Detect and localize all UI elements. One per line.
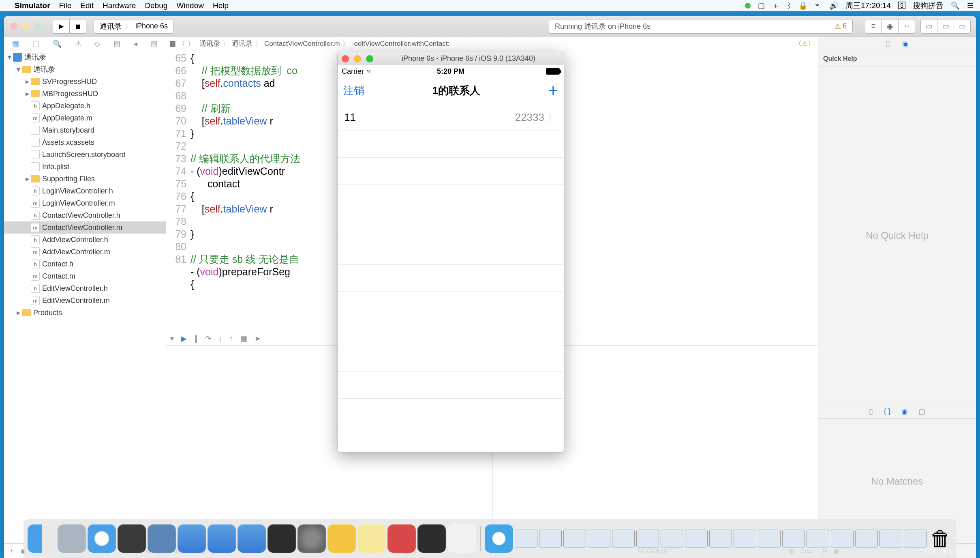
dock-app[interactable] (148, 524, 176, 553)
scheme-selector[interactable]: 通讯录 〉 iPhone 6s (94, 19, 174, 34)
tree-row[interactable]: Assets.xcassets (4, 136, 166, 148)
file-inspector-tab[interactable]: ▯ (886, 39, 890, 48)
menu-window[interactable]: Window (176, 1, 204, 10)
tree-row[interactable]: mEditViewController.m (4, 294, 166, 307)
dock-app[interactable] (387, 524, 416, 553)
screencast-icon[interactable]: ▢ (758, 1, 765, 10)
dock-minimized-window[interactable] (636, 530, 659, 547)
quick-help-tab[interactable]: ◉ (902, 39, 909, 48)
dock-notes[interactable] (357, 524, 386, 553)
find-navigator-tab[interactable]: 🔍 (53, 39, 62, 48)
dock-minimized-window[interactable] (612, 530, 635, 547)
jump-project[interactable]: 通讯录 (199, 39, 220, 48)
menubar-ime[interactable]: 搜狗拼音 (913, 0, 944, 11)
window-zoom-button[interactable] (34, 23, 41, 30)
dock-minimized-window[interactable] (904, 530, 927, 547)
tree-row[interactable]: mLoginViewController.m (4, 197, 166, 209)
object-lib-tab[interactable]: ◉ (901, 407, 908, 416)
jump-group[interactable]: 通讯录 (232, 39, 252, 48)
dock-minimized-window[interactable] (855, 530, 878, 547)
dock-textedit[interactable] (447, 524, 476, 553)
dock-minimized-window[interactable] (831, 530, 854, 547)
tree-row[interactable]: hContact.h (4, 258, 166, 270)
warning-count[interactable]: 6 (843, 22, 847, 30)
media-lib-tab[interactable]: ▢ (918, 407, 925, 416)
dock-minimized-window[interactable] (685, 530, 708, 547)
dock-app[interactable] (208, 524, 236, 553)
dock-minimized-window[interactable] (661, 530, 683, 547)
forward-icon[interactable]: 〉 (188, 39, 195, 48)
sim-close-button[interactable] (342, 55, 349, 62)
back-icon[interactable]: 〈 (178, 39, 185, 48)
tree-row[interactable]: Info.plist (4, 161, 166, 173)
dock-launchpad[interactable] (58, 524, 86, 553)
pause-icon[interactable]: ‖ (194, 334, 198, 343)
jump-file[interactable]: ContactViewController.m (264, 40, 340, 48)
menu-file[interactable]: File (59, 1, 72, 10)
jump-issues-forward-icon[interactable]: 〉 (808, 39, 815, 48)
test-navigator-tab[interactable]: ◇ (94, 39, 100, 48)
tree-row[interactable]: hEditViewController.h (4, 282, 166, 294)
version-editor-button[interactable]: ↔ (898, 19, 915, 34)
wifi-icon[interactable]: ᯤ (815, 2, 822, 10)
breakpoint-navigator-tab[interactable]: ◂ (134, 39, 137, 48)
spotlight-icon[interactable]: 🔍 (951, 1, 960, 10)
tree-row[interactable]: hAddViewController.h (4, 234, 166, 246)
dock-minimized-window[interactable] (588, 530, 610, 547)
tree-row[interactable]: mContactViewController.m (4, 221, 166, 234)
tree-row[interactable]: ▾通讯录 (4, 63, 166, 75)
step-out-icon[interactable]: ↑ (229, 334, 233, 343)
dock-settings[interactable] (297, 524, 326, 553)
nav-add-button[interactable]: + (548, 81, 558, 101)
location-icon[interactable]: ➤ (255, 334, 261, 343)
dock-app[interactable] (485, 524, 513, 553)
tree-row[interactable]: mAppDelegate.m (4, 112, 166, 124)
symbol-navigator-tab[interactable]: ⬚ (32, 39, 39, 48)
window-close-button[interactable] (10, 23, 17, 30)
toggle-inspector-button[interactable]: ▭ (954, 19, 971, 34)
nav-back-button[interactable]: 注销 (343, 84, 364, 98)
dock-minimized-window[interactable] (563, 530, 586, 547)
dock-finder[interactable] (28, 524, 56, 553)
jump-bar[interactable]: ▦ 〈 〉 通讯录 〉 通讯录 〉 ContactViewController.… (166, 36, 818, 51)
report-navigator-tab[interactable]: ▤ (151, 39, 158, 48)
tree-row[interactable]: hContactViewController.h (4, 209, 166, 221)
toggle-debug-button[interactable]: ▭ (937, 19, 954, 34)
debug-navigator-tab[interactable]: ▤ (113, 39, 120, 48)
breakpoints-toggle-icon[interactable]: ▶ (181, 334, 187, 343)
tree-row[interactable]: ▸Supporting Files (4, 173, 166, 185)
bluetooth-icon[interactable]: ᛒ (787, 2, 791, 10)
dock-app[interactable] (118, 524, 146, 553)
window-minimize-button[interactable] (22, 23, 29, 30)
plus-icon[interactable]: ＋ (772, 1, 779, 11)
issue-navigator-tab[interactable]: ⚠ (75, 39, 81, 48)
menu-debug[interactable]: Debug (145, 1, 167, 10)
jump-symbol[interactable]: -editViewController:withContact: (352, 40, 450, 48)
dock-minimized-window[interactable] (879, 530, 902, 547)
sim-minimize-button[interactable] (354, 55, 361, 62)
dock-minimized-window[interactable] (539, 530, 562, 547)
step-into-icon[interactable]: ↓ (218, 334, 222, 343)
tree-row[interactable]: ▸MBProgressHUD (4, 88, 166, 100)
standard-editor-button[interactable]: ≡ (865, 19, 882, 34)
dock-minimized-window[interactable] (515, 530, 537, 547)
dock-app[interactable] (417, 524, 446, 553)
view-debug-icon[interactable]: ▦ (240, 334, 247, 343)
dock-app[interactable] (238, 524, 266, 553)
tree-row[interactable]: Main.storyboard (4, 124, 166, 136)
tree-row[interactable]: ▸Products (4, 307, 166, 319)
status-indicator-icon[interactable] (745, 3, 751, 9)
dock-minimized-window[interactable] (734, 530, 756, 547)
tree-row[interactable]: ▸SVProgressHUD (4, 75, 166, 88)
toggle-navigator-button[interactable]: ▭ (920, 19, 937, 34)
tree-row[interactable]: hLoginViewController.h (4, 185, 166, 197)
dock-xcode[interactable] (178, 524, 206, 553)
tree-row[interactable]: mAddViewController.m (4, 246, 166, 258)
run-button[interactable]: ▶ (53, 19, 70, 34)
notification-center-icon[interactable]: ☰ (967, 1, 974, 10)
assistant-editor-button[interactable]: ◉ (882, 19, 899, 34)
tree-row[interactable]: LaunchScreen.storyboard (4, 148, 166, 161)
volume-icon[interactable]: 🔊 (829, 1, 838, 10)
menu-edit[interactable]: Edit (80, 1, 94, 10)
stop-button[interactable]: ◼ (69, 19, 86, 34)
